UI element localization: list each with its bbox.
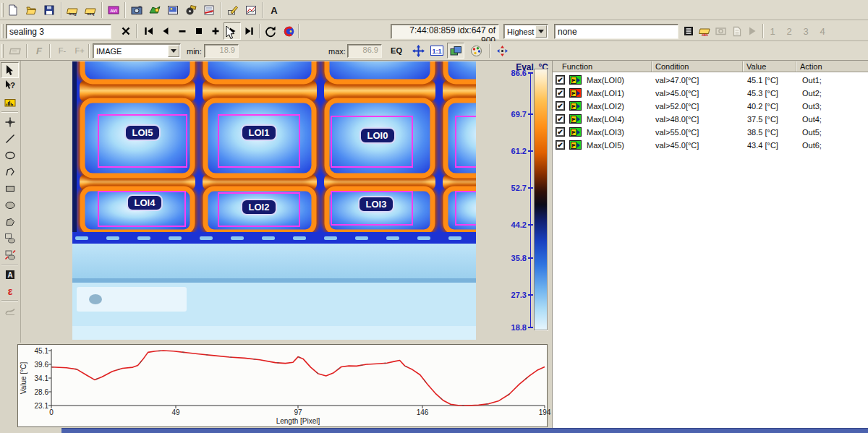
document-disabled-button[interactable] [730, 22, 744, 40]
filter-input[interactable] [554, 24, 678, 39]
decrease-button[interactable] [174, 22, 191, 40]
row-checkbox[interactable]: ✔ [556, 75, 565, 85]
view-select-arrow[interactable] [168, 45, 179, 57]
mode-select-arrow[interactable] [535, 25, 547, 38]
close-sequence-button[interactable] [117, 22, 135, 40]
annotate-pen-button[interactable] [224, 1, 242, 19]
text-tool-button[interactable]: A [265, 1, 283, 19]
column-divider[interactable] [796, 61, 797, 72]
overlay-map-button[interactable] [146, 1, 163, 19]
polyline-icon [4, 166, 16, 178]
max-value-field[interactable]: 86.9 [347, 44, 382, 58]
save-sequence-button[interactable]: seq [82, 1, 99, 19]
palette-button[interactable] [467, 43, 485, 59]
last-frame-button[interactable] [240, 22, 258, 40]
stop-button[interactable] [190, 22, 208, 40]
column-header-function[interactable]: Function [562, 62, 592, 71]
report-list-button[interactable] [200, 1, 218, 19]
polyline-tool-button[interactable] [1, 164, 19, 180]
sequence-name-input[interactable] [6, 24, 111, 39]
row-checkbox[interactable]: ✔ [556, 114, 565, 124]
camera-disabled-button[interactable] [714, 22, 728, 40]
select-tool-button[interactable] [1, 62, 19, 78]
table-row[interactable]: ✔ F Max(LOI4) val>48.0[°C] 37.5 [°C] Out… [553, 113, 868, 126]
first-frame-button[interactable] [140, 22, 158, 40]
fit-window-button[interactable] [409, 43, 427, 59]
table-row[interactable]: ✔ F Max(LOI2) val>52.0[°C] 40.2 [°C] Out… [553, 100, 868, 113]
palette-cycle-button[interactable] [280, 22, 297, 40]
function-disabled-button[interactable]: F [30, 43, 48, 59]
condition-cell: val>45.0[°C] [655, 141, 699, 150]
overlay-images-button[interactable] [447, 43, 464, 59]
x-tick-label: 0 [41, 408, 62, 416]
line-tool-button[interactable] [1, 131, 19, 147]
histogram-tool-button[interactable] [1, 95, 19, 111]
min-value-field[interactable]: 18.9 [204, 44, 239, 58]
alarm-shape-tool-button[interactable] [1, 247, 19, 263]
filled-ellipse-tool-button[interactable] [1, 197, 19, 213]
column-header-action[interactable]: Action [800, 62, 822, 71]
mode-select[interactable]: Highest [503, 24, 548, 39]
thermal-image[interactable]: LOI5 LOI1 LOI0 LOI4 LOI2 LOI3 [72, 61, 476, 340]
preset-1-button[interactable]: 1 [764, 22, 781, 40]
preset-3-button[interactable]: 3 [797, 22, 814, 40]
column-header-value[interactable]: Value [746, 62, 766, 71]
row-checkbox[interactable]: ✔ [556, 101, 565, 111]
polygon-tool-button[interactable] [1, 214, 19, 230]
color-gradient-bar[interactable] [534, 69, 548, 330]
zoom-actual-button[interactable]: 1:1 [428, 43, 446, 59]
preset-2-button[interactable]: 2 [780, 22, 798, 40]
pan-button[interactable] [493, 43, 511, 59]
column-divider[interactable] [651, 61, 652, 72]
folder-disabled-button[interactable] [6, 43, 23, 59]
taskbar-strip[interactable] [61, 428, 868, 433]
crosshair-icon [4, 116, 16, 128]
function-arrow-icon [577, 130, 580, 134]
column-header-condition[interactable]: Condition [655, 62, 689, 71]
previous-frame-button[interactable] [157, 22, 174, 40]
table-row[interactable]: ✔ F Max(LOI3) val>55.0[°C] 38.5 [°C] Out… [553, 126, 868, 139]
row-checkbox[interactable]: ✔ [556, 127, 565, 137]
column-divider[interactable] [742, 61, 744, 72]
new-file-button[interactable] [4, 1, 22, 19]
table-row[interactable]: ✔ F Max(LOI5) val>45.0[°C] 43.4 [°C] Out… [553, 139, 868, 152]
curve-tool-button[interactable] [1, 303, 19, 319]
open-file-button[interactable] [22, 1, 40, 19]
emissivity-tool-button[interactable]: ε [1, 283, 19, 299]
increase-button[interactable] [207, 22, 224, 40]
f-minus-button[interactable]: F- [54, 43, 71, 59]
function-cell: Max(LOI3) [587, 128, 624, 137]
run-disabled-button[interactable] [746, 22, 759, 40]
save-button[interactable] [41, 1, 58, 19]
row-checkbox[interactable]: ✔ [556, 140, 565, 150]
loop-button[interactable] [262, 22, 279, 40]
rectangle-tool-button[interactable] [1, 181, 19, 197]
f-plus-button[interactable]: F+ [71, 43, 88, 59]
export-avi-button[interactable]: AVI [105, 1, 122, 19]
open-obs-button[interactable]: obs [697, 22, 712, 40]
multi-shape-tool-button[interactable] [1, 231, 19, 246]
image-window-button[interactable] [164, 1, 182, 19]
preset-4-button[interactable]: 4 [814, 22, 831, 40]
save-image-button[interactable]: img [64, 1, 81, 19]
row-checkbox[interactable]: ✔ [556, 88, 565, 98]
skip-last-icon [243, 25, 255, 37]
equalize-button[interactable]: EQ [386, 43, 407, 59]
view-select[interactable]: IMAGE [93, 43, 181, 59]
table-row[interactable]: ✔ F Max(LOI0) val>47.0[°C] 45.1 [°C] Out… [553, 74, 868, 87]
roi-label: LOI5 [132, 127, 153, 138]
profile-chart-button[interactable] [242, 1, 260, 19]
status-indicator: F [569, 75, 582, 85]
check-icon: ✔ [557, 77, 563, 84]
point-tool-button[interactable] [1, 114, 19, 130]
table-row[interactable]: ✔ F Max(LOI1) val>45.0[°C] 45.3 [°C] Out… [553, 87, 868, 100]
media-reel-button[interactable] [182, 1, 200, 19]
camera-button[interactable] [128, 1, 145, 19]
help-cursor-tool-button[interactable]: ? [1, 77, 19, 93]
notes-button[interactable] [681, 22, 696, 40]
ellipse-tool-button[interactable] [1, 147, 19, 163]
x-tick-label: 194 [534, 408, 556, 416]
ellipse-outline-icon [4, 150, 16, 161]
sidebar-separator [1, 264, 18, 265]
text-annotation-tool-button[interactable]: A [1, 267, 19, 283]
